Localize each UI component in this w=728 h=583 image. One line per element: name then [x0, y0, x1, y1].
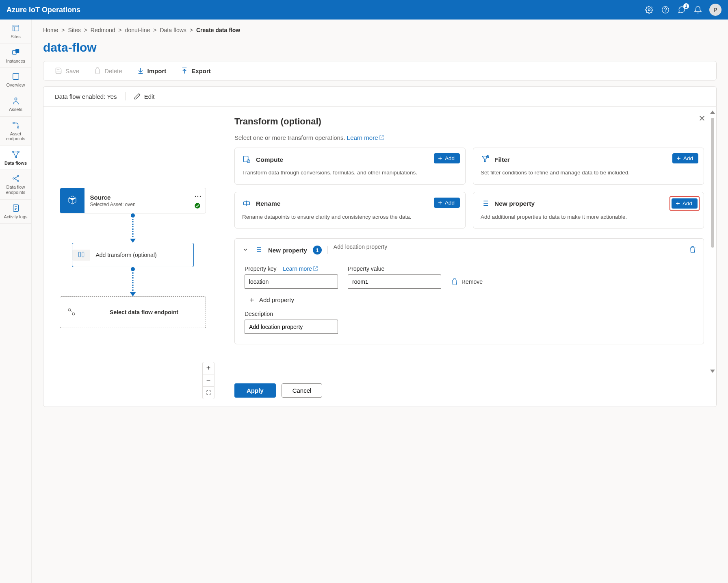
brand-title: Azure IoT Operations	[6, 6, 80, 14]
remove-prop-button[interactable]: Remove	[451, 274, 483, 289]
left-nav: Sites Instances Overview Assets Asset en…	[0, 20, 32, 583]
svg-point-7	[15, 98, 17, 100]
description-input[interactable]	[245, 320, 338, 334]
zoom-controls: + − ⛶	[202, 362, 214, 399]
svg-rect-25	[244, 156, 248, 162]
nav-assets[interactable]: Assets	[0, 92, 31, 117]
svg-point-17	[195, 196, 195, 197]
page-title: data-flow	[43, 41, 717, 54]
nav-instances-label: Instances	[6, 59, 25, 64]
node-endpoint[interactable]: Select data flow endpoint	[60, 296, 206, 328]
crumb-instance[interactable]: donut-line	[125, 27, 150, 33]
svg-point-8	[13, 122, 14, 124]
panel-scrollbar[interactable]	[710, 107, 715, 377]
import-button[interactable]: Import	[137, 67, 167, 74]
svg-rect-3	[13, 25, 19, 31]
svg-point-14	[17, 176, 19, 177]
node-transform[interactable]: Add transform (optional)	[72, 243, 194, 267]
chevron-down-icon[interactable]	[242, 246, 249, 254]
flow-canvas[interactable]: Source Selected Asset: oven Add transfor…	[43, 107, 222, 407]
panel-title: Transform (optional)	[234, 116, 704, 127]
filter-icon	[481, 154, 490, 165]
svg-point-1	[662, 7, 669, 13]
nav-overview-label: Overview	[6, 83, 25, 88]
nav-sites[interactable]: Sites	[0, 20, 31, 44]
filter-desc: Set filter conditions to refine and mana…	[481, 169, 696, 177]
save-button[interactable]: Save	[55, 67, 79, 74]
prop-value-label: Property value	[348, 265, 441, 272]
panel-subtitle: Select one or more transform operations.	[234, 134, 345, 141]
prop-key-learn-more[interactable]: Learn more	[283, 265, 318, 272]
svg-point-19	[199, 196, 200, 197]
delete-button[interactable]: Delete	[94, 67, 122, 74]
prop-key-label: Property key	[245, 265, 277, 272]
transform-panel: Transform (optional) Select one or more …	[222, 107, 716, 407]
crumb-section[interactable]: Data flows	[160, 27, 186, 33]
op-newprop-card: New property Add Add additional properti…	[473, 192, 704, 229]
crumb-loc[interactable]: Redmond	[91, 27, 115, 33]
nav-activity-logs-label: Activity logs	[4, 214, 27, 220]
crumb-sites[interactable]: Sites	[68, 27, 81, 33]
nav-overview[interactable]: Overview	[0, 68, 31, 92]
endpoint-icon	[67, 307, 76, 318]
description-label: Description	[245, 311, 694, 317]
apply-button[interactable]: Apply	[234, 383, 276, 398]
nav-sites-label: Sites	[11, 34, 20, 39]
add-filter-button[interactable]: Add	[672, 153, 698, 163]
feedback-icon[interactable]: 1	[677, 5, 687, 15]
nav-activity-logs[interactable]: Activity logs	[0, 200, 31, 224]
nav-data-flow-endpoints-label: Data flow endpoints	[2, 185, 30, 195]
avatar[interactable]: P	[709, 4, 722, 16]
node-source[interactable]: Source Selected Asset: oven	[60, 188, 206, 213]
svg-point-13	[13, 178, 14, 180]
svg-point-26	[247, 160, 250, 163]
add-compute-button[interactable]: Add	[434, 153, 460, 163]
export-button[interactable]: Export	[181, 67, 211, 74]
add-rename-button[interactable]: Add	[434, 198, 460, 208]
acc-name: New property	[268, 247, 307, 254]
zoom-out-button[interactable]: −	[203, 374, 214, 387]
op-filter-card: Filter Add Set filter conditions to refi…	[473, 148, 704, 185]
zoom-fit-button[interactable]: ⛶	[203, 387, 214, 399]
nav-instances[interactable]: Instances	[0, 44, 31, 68]
page-toolbar: Save Delete Import Export	[43, 61, 717, 80]
prop-key-input[interactable]	[245, 274, 338, 289]
crumb-home[interactable]: Home	[43, 27, 58, 33]
add-property-button[interactable]: Add property	[249, 296, 694, 303]
feedback-badge: 1	[683, 3, 689, 9]
edit-button[interactable]: Edit	[134, 93, 155, 100]
status-ok-icon	[194, 202, 201, 209]
settings-icon[interactable]	[644, 5, 654, 15]
prop-value-input[interactable]	[348, 274, 441, 289]
topbar: Azure IoT Operations 1 P	[0, 0, 728, 20]
notifications-icon[interactable]	[693, 5, 703, 15]
compute-icon	[242, 154, 251, 165]
node-source-sub: Selected Asset: oven	[90, 202, 200, 207]
svg-point-0	[648, 9, 650, 11]
zoom-in-button[interactable]: +	[203, 362, 214, 374]
svg-point-11	[17, 151, 19, 153]
close-icon[interactable]	[698, 115, 706, 123]
add-newprop-button[interactable]: Add	[672, 198, 698, 209]
acc-subtitle: Add location property	[334, 244, 387, 250]
cube-icon	[67, 195, 77, 206]
status-bar: Data flow enabled: Yes Edit	[43, 86, 717, 106]
node-endpoint-label: Select data flow endpoint	[83, 303, 206, 321]
node-source-title: Source	[90, 194, 200, 201]
nav-data-flow-endpoints[interactable]: Data flow endpoints	[0, 170, 31, 199]
nav-asset-endpoints[interactable]: Asset endpoints	[0, 117, 31, 146]
help-icon[interactable]	[661, 5, 670, 15]
nav-assets-label: Assets	[9, 107, 22, 112]
learn-more-link[interactable]: Learn more	[347, 134, 384, 141]
node-more-icon[interactable]	[194, 192, 202, 199]
svg-rect-22	[82, 252, 84, 257]
delete-accordion-icon[interactable]	[689, 246, 696, 255]
op-compute-card: Compute Add Transform data through conve…	[234, 148, 466, 185]
cancel-button[interactable]: Cancel	[282, 383, 323, 398]
svg-point-18	[197, 196, 198, 197]
svg-point-2	[665, 11, 666, 12]
nav-data-flows[interactable]: Data flows	[0, 146, 31, 170]
breadcrumb: Home> Sites> Redmond> donut-line> Data f…	[43, 27, 717, 33]
newprop-accordion: New property 1 Add location property Pro…	[234, 238, 704, 344]
svg-rect-21	[78, 252, 80, 257]
